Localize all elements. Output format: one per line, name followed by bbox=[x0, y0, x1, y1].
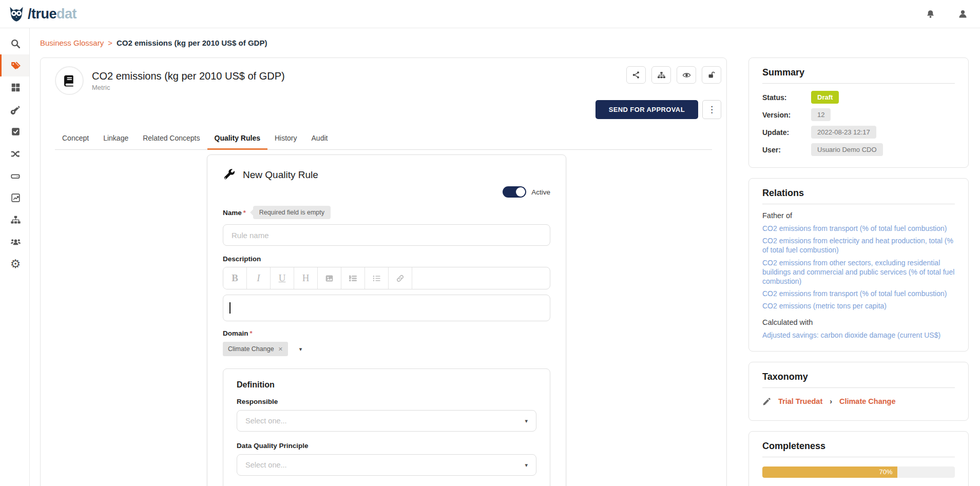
remove-tag-icon[interactable]: ✕ bbox=[278, 346, 283, 353]
sidebar-item-taxonomy[interactable] bbox=[0, 209, 29, 231]
relation-link[interactable]: CO2 emissions from transport (% of total… bbox=[762, 289, 955, 298]
domain-dropdown-caret[interactable]: ▾ bbox=[299, 346, 302, 353]
completeness-progress: 70% bbox=[762, 466, 955, 478]
completeness-title: Completeness bbox=[762, 441, 955, 457]
sidebar-item-permissions[interactable] bbox=[0, 99, 29, 121]
approval-row: SEND FOR APPROVAL ⋮ bbox=[595, 100, 721, 119]
completeness-percent: 70% bbox=[879, 468, 892, 476]
unlock-button[interactable] bbox=[702, 66, 721, 84]
definition-section: Definition Responsible Select one... ▾ D… bbox=[223, 368, 550, 486]
book-icon bbox=[63, 74, 76, 87]
sidebar-item-search[interactable] bbox=[0, 32, 29, 54]
description-editor[interactable] bbox=[223, 295, 550, 321]
unordered-list-button[interactable] bbox=[365, 267, 389, 289]
wrench-icon bbox=[223, 168, 236, 181]
chevron-down-icon: ▾ bbox=[525, 418, 528, 424]
app-root: /truedat bbox=[0, 0, 980, 486]
form-title: New Quality Rule bbox=[243, 169, 318, 181]
breadcrumb: Business Glossary > CO2 emissions (kg pe… bbox=[40, 38, 267, 47]
link-icon bbox=[396, 274, 405, 283]
relation-link[interactable]: Adjusted savings: carbon dioxide damage … bbox=[762, 331, 955, 340]
ordered-list-icon bbox=[349, 274, 357, 283]
link-button[interactable] bbox=[389, 267, 412, 289]
relation-link[interactable]: CO2 emissions from other sectors, exclud… bbox=[762, 258, 955, 286]
concept-header: CO2 emissions (kg per 2010 US$ of GDP) M… bbox=[55, 66, 285, 95]
new-quality-rule-form: New Quality Rule Active Name* Required f… bbox=[207, 154, 566, 486]
main-content: Business Glossary > CO2 emissions (kg pe… bbox=[30, 28, 980, 486]
rule-name-input[interactable] bbox=[223, 224, 550, 246]
definition-title: Definition bbox=[237, 380, 536, 390]
active-toggle-label: Active bbox=[531, 188, 550, 196]
truedat-logo[interactable]: /truedat bbox=[7, 5, 76, 23]
responsible-select[interactable]: Select one... ▾ bbox=[237, 410, 536, 432]
relation-link[interactable]: CO2 emissions from electricity and heat … bbox=[762, 236, 955, 255]
tab-related-concepts[interactable]: Related Concepts bbox=[136, 130, 207, 149]
data-quality-principle-select[interactable]: Select one... ▾ bbox=[237, 454, 536, 476]
breadcrumb-parent-link[interactable]: Business Glossary bbox=[40, 38, 104, 47]
share-button[interactable] bbox=[626, 66, 646, 84]
users-icon bbox=[10, 237, 21, 247]
relation-link[interactable]: CO2 emissions from transport (% of total… bbox=[762, 224, 955, 233]
shuffle-icon bbox=[10, 149, 21, 159]
sidebar-item-settings[interactable]: ⚙ bbox=[0, 253, 29, 275]
active-toggle[interactable] bbox=[503, 186, 526, 198]
tab-quality-rules[interactable]: Quality Rules bbox=[207, 130, 267, 150]
form-header: New Quality Rule bbox=[223, 168, 550, 181]
pencil-icon[interactable] bbox=[762, 397, 771, 406]
chevron-right-icon: › bbox=[830, 397, 832, 405]
name-label: Name* bbox=[223, 209, 246, 217]
chevron-down-icon: ▾ bbox=[525, 462, 528, 469]
tab-history[interactable]: History bbox=[267, 130, 304, 149]
bell-icon bbox=[926, 9, 935, 19]
tab-linkage[interactable]: Linkage bbox=[96, 130, 136, 149]
underline-button[interactable]: U bbox=[271, 267, 294, 289]
ordered-list-button[interactable] bbox=[341, 267, 365, 289]
sidebar-item-data-sources[interactable] bbox=[0, 165, 29, 187]
taxonomy-title: Taxonomy bbox=[762, 372, 955, 388]
search-icon bbox=[10, 38, 21, 49]
watch-button[interactable] bbox=[677, 66, 696, 84]
more-options-button[interactable]: ⋮ bbox=[702, 100, 721, 119]
send-for-approval-button[interactable]: SEND FOR APPROVAL bbox=[595, 100, 698, 119]
tab-audit[interactable]: Audit bbox=[304, 130, 335, 149]
completeness-panel: Completeness 70% Missing required fields… bbox=[748, 431, 969, 486]
sidebar-item-lineage[interactable] bbox=[0, 143, 29, 165]
user-menu-button[interactable] bbox=[958, 9, 968, 19]
domain-select-row: Climate Change ✕ ▾ bbox=[223, 342, 550, 356]
taxonomy-link-domain[interactable]: Climate Change bbox=[839, 397, 896, 405]
active-toggle-row: Active bbox=[223, 186, 550, 198]
notifications-button[interactable] bbox=[926, 9, 935, 19]
concept-title: CO2 emissions (kg per 2010 US$ of GDP) bbox=[92, 70, 285, 82]
taxonomy-link-parent[interactable]: Trial Truedat bbox=[778, 397, 822, 405]
heading-button[interactable]: H bbox=[294, 267, 318, 289]
sidebar-item-users[interactable] bbox=[0, 231, 29, 253]
breadcrumb-separator: > bbox=[108, 38, 112, 47]
sitemap-icon bbox=[657, 71, 666, 80]
sidebar-item-tasks[interactable] bbox=[0, 121, 29, 143]
storage-icon bbox=[10, 171, 21, 181]
italic-button[interactable]: I bbox=[247, 267, 271, 289]
summary-title: Summary bbox=[762, 67, 955, 84]
status-badge: Draft bbox=[811, 91, 839, 104]
update-badge: 2022-08-23 12:17 bbox=[811, 126, 876, 139]
relations-title: Relations bbox=[762, 188, 955, 204]
right-sidebar: Summary Status: Draft Version: 12 Update… bbox=[748, 57, 969, 486]
structure-button[interactable] bbox=[651, 66, 671, 84]
required-asterisk: * bbox=[250, 329, 253, 337]
concept-avatar bbox=[55, 66, 84, 95]
domain-label: Domain* bbox=[223, 329, 550, 337]
sidebar-item-analytics[interactable] bbox=[0, 187, 29, 209]
tab-concept[interactable]: Concept bbox=[55, 130, 96, 149]
bold-button[interactable]: B bbox=[223, 267, 247, 289]
sidebar-item-glossary[interactable] bbox=[0, 54, 29, 76]
toggle-knob bbox=[516, 187, 525, 197]
tags-icon bbox=[10, 60, 21, 71]
user-icon bbox=[958, 9, 968, 19]
sidebar-item-modules[interactable] bbox=[0, 76, 29, 99]
domain-tag[interactable]: Climate Change ✕ bbox=[223, 342, 288, 356]
insert-image-button[interactable] bbox=[318, 267, 341, 289]
unlock-icon bbox=[707, 71, 716, 79]
gear-icon: ⚙ bbox=[10, 258, 21, 270]
user-badge: Usuario Demo CDO bbox=[811, 143, 883, 156]
relation-link[interactable]: CO2 emissions (metric tons per capita) bbox=[762, 301, 955, 310]
